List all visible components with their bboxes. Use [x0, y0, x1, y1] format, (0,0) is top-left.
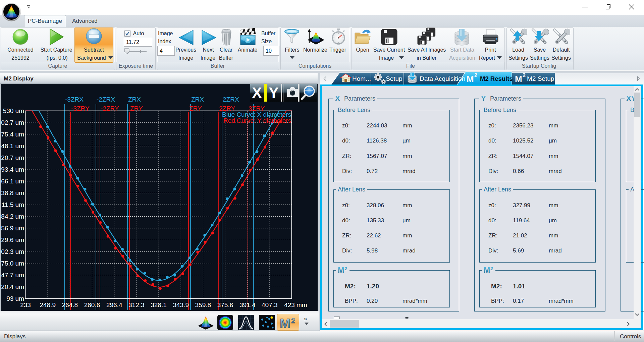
svg-text:48.1 um: 48.1 um — [1, 142, 24, 150]
svg-text:296.4: 296.4 — [106, 301, 122, 308]
svg-text:Setup: Setup — [386, 75, 402, 82]
svg-text:Hom...: Hom... — [352, 75, 371, 82]
svg-text:312.3: 312.3 — [128, 301, 145, 308]
svg-text:M2 Results: M2 Results — [480, 75, 513, 82]
svg-text:ZRX: ZRX — [191, 96, 204, 103]
svg-text:93.4 um: 93.4 um — [1, 166, 24, 173]
svg-text:343.9: 343.9 — [173, 301, 189, 308]
svg-text:M2 Setup: M2 Setup — [527, 75, 554, 82]
svg-text:233: 233 — [20, 301, 31, 308]
svg-text:2: 2 — [474, 72, 477, 78]
svg-text:359.8: 359.8 — [195, 301, 211, 308]
svg-text:2: 2 — [490, 267, 493, 271]
svg-text:M: M — [467, 74, 474, 84]
svg-text:Y: Y — [269, 84, 278, 101]
svg-text:375.6: 375.6 — [217, 301, 233, 308]
svg-text:248.9: 248.9 — [40, 301, 56, 308]
svg-text:530 um: 530 um — [3, 107, 24, 114]
svg-text:ZRY: ZRY — [130, 105, 143, 112]
svg-text:M: M — [515, 74, 522, 84]
svg-text:75.4 um: 75.4 um — [1, 131, 24, 138]
svg-text:M: M — [484, 267, 490, 274]
svg-text:2ZRX: 2ZRX — [223, 96, 239, 103]
svg-text:20.7 um: 20.7 um — [1, 154, 24, 161]
svg-text:M: M — [338, 267, 344, 274]
svg-text:66.1 um: 66.1 um — [1, 178, 24, 185]
svg-text:328.1: 328.1 — [151, 301, 167, 308]
svg-text:-3ZRY: -3ZRY — [71, 105, 90, 112]
svg-text:20.4 um: 20.4 um — [1, 283, 24, 290]
svg-text:Red Curve: Y diameters: Red Curve: Y diameters — [223, 117, 291, 124]
svg-text:ZRX: ZRX — [128, 96, 141, 103]
svg-text:X: X — [252, 84, 262, 101]
svg-text:29.6 um: 29.6 um — [1, 236, 24, 243]
svg-text:264.8: 264.8 — [62, 301, 78, 308]
svg-text:-2ZRX: -2ZRX — [97, 96, 115, 103]
svg-text:280.6: 280.6 — [84, 301, 100, 308]
svg-text:Y: Y — [481, 95, 486, 102]
svg-text:93 um: 93 um — [6, 295, 24, 302]
svg-text:391.4: 391.4 — [239, 301, 256, 308]
svg-text:423: 423 — [284, 301, 295, 308]
svg-text:M: M — [280, 317, 290, 329]
svg-text:2: 2 — [344, 267, 347, 271]
svg-text:75.0 um: 75.0 um — [1, 260, 24, 267]
svg-text:56.9 um: 56.9 um — [1, 225, 24, 232]
svg-text:mm: mm — [297, 301, 307, 308]
svg-text:-2ZRY: -2ZRY — [101, 105, 119, 112]
svg-text:-3ZRX: -3ZRX — [65, 96, 84, 103]
svg-text:Data Acquisition: Data Acquisition — [420, 75, 465, 82]
svg-text:47.7 um: 47.7 um — [1, 272, 24, 279]
svg-text:ZRY: ZRY — [189, 105, 202, 112]
svg-text:02.7 um: 02.7 um — [1, 119, 24, 126]
svg-text:84.2 um: 84.2 um — [1, 213, 24, 220]
svg-text:38.8 um: 38.8 um — [1, 189, 24, 196]
svg-text:11.5 um: 11.5 um — [2, 201, 24, 208]
svg-text:2: 2 — [523, 72, 526, 78]
svg-text:2: 2 — [291, 317, 295, 325]
svg-text:X: X — [335, 95, 340, 102]
svg-text:407.3: 407.3 — [262, 301, 278, 308]
svg-text:02.3 um: 02.3 um — [1, 248, 24, 255]
